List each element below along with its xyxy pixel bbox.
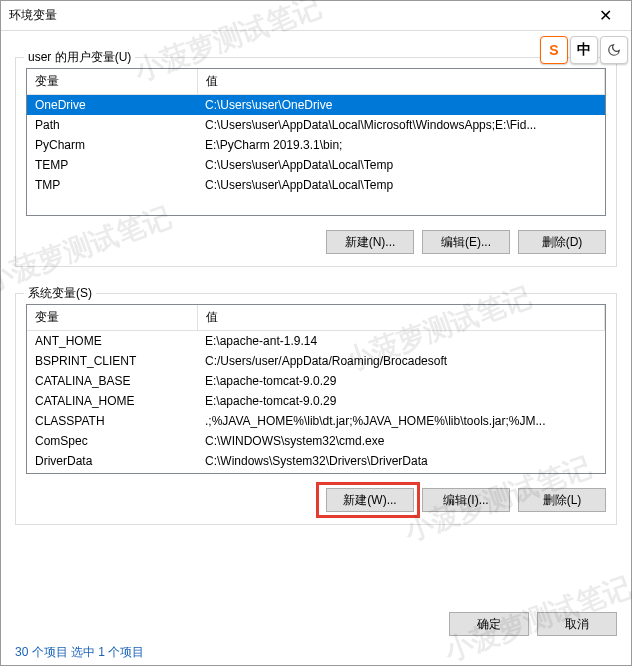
table-row[interactable]: CLASSPATH.;%JAVA_HOME%\lib\dt.jar;%JAVA_… [27, 411, 605, 431]
system-edit-button[interactable]: 编辑(I)... [422, 488, 510, 512]
table-row[interactable]: OneDriveC:\Users\user\OneDrive [27, 95, 605, 116]
val-cell: E:\apache-tomcat-9.0.29 [197, 391, 605, 411]
val-cell: C:\Users\user\AppData\Local\Temp [197, 175, 605, 195]
env-var-dialog: 环境变量 ✕ S 中 user 的用户变量(U) 变量 值 OneDr [0, 0, 632, 666]
val-cell: C:\WINDOWS\system32\cmd.exe [197, 431, 605, 451]
window-title: 环境变量 [9, 7, 585, 24]
table-row[interactable]: CATALINA_BASEE:\apache-tomcat-9.0.29 [27, 371, 605, 391]
val-cell: C:\Users\user\AppData\Local\Microsoft\Wi… [197, 115, 605, 135]
var-cell: TMP [27, 175, 197, 195]
var-cell: PyCharm [27, 135, 197, 155]
table-row[interactable]: ANT_HOMEE:\apache-ant-1.9.14 [27, 331, 605, 352]
var-cell: CATALINA_BASE [27, 371, 197, 391]
user-variables-group: user 的用户变量(U) 变量 值 OneDriveC:\Users\user… [15, 57, 617, 267]
system-delete-button[interactable]: 删除(L) [518, 488, 606, 512]
system-button-row: 新建(W)... 编辑(I)... 删除(L) [26, 488, 606, 512]
user-group-label: user 的用户变量(U) [24, 49, 135, 66]
system-group-label: 系统变量(S) [24, 285, 96, 302]
var-cell: ComSpec [27, 431, 197, 451]
var-cell: CLASSPATH [27, 411, 197, 431]
val-cell: E:\apache-tomcat-9.0.29 [197, 371, 605, 391]
user-variables-table[interactable]: 变量 值 OneDriveC:\Users\user\OneDrivePathC… [26, 68, 606, 216]
cancel-button[interactable]: 取消 [537, 612, 617, 636]
table-row[interactable]: PathC:\Users\user\AppData\Local\Microsof… [27, 115, 605, 135]
val-cell: C:\Users\user\AppData\Local\Temp [197, 155, 605, 175]
user-col-var[interactable]: 变量 [27, 69, 197, 95]
table-row[interactable]: DriverDataC:\Windows\System32\Drivers\Dr… [27, 451, 605, 471]
val-cell: C:\Users\user\OneDrive [197, 95, 605, 116]
user-new-button[interactable]: 新建(N)... [326, 230, 414, 254]
var-cell: DriverData [27, 451, 197, 471]
close-button[interactable]: ✕ [585, 2, 625, 30]
system-variables-table[interactable]: 变量 值 ANT_HOMEE:\apache-ant-1.9.14BSPRINT… [26, 304, 606, 474]
var-cell: CATALINA_HOME [27, 391, 197, 411]
titlebar: 环境变量 ✕ [1, 1, 631, 31]
system-new-button[interactable]: 新建(W)... [326, 488, 414, 512]
table-row[interactable]: PyCharmE:\PyCharm 2019.3.1\bin; [27, 135, 605, 155]
var-cell: ANT_HOME [27, 331, 197, 352]
ime-sogou-icon[interactable]: S [540, 36, 568, 64]
dialog-content: user 的用户变量(U) 变量 值 OneDriveC:\Users\user… [1, 31, 631, 602]
var-cell: OneDrive [27, 95, 197, 116]
table-row[interactable]: TMPC:\Users\user\AppData\Local\Temp [27, 175, 605, 195]
table-row[interactable]: CATALINA_HOMEE:\apache-tomcat-9.0.29 [27, 391, 605, 411]
var-cell: Path [27, 115, 197, 135]
val-cell: E:\apache-ant-1.9.14 [197, 331, 605, 352]
user-edit-button[interactable]: 编辑(E)... [422, 230, 510, 254]
table-row[interactable]: BSPRINT_CLIENTC:/Users/user/AppData/Roam… [27, 351, 605, 371]
val-cell: C:\Windows\System32\Drivers\DriverData [197, 451, 605, 471]
sys-col-var[interactable]: 变量 [27, 305, 197, 331]
system-variables-group: 系统变量(S) 变量 值 ANT_HOMEE:\apache-ant-1.9.1… [15, 293, 617, 525]
dialog-button-row: 确定 取消 [1, 602, 631, 640]
user-button-row: 新建(N)... 编辑(E)... 删除(D) [26, 230, 606, 254]
table-row[interactable]: ComSpecC:\WINDOWS\system32\cmd.exe [27, 431, 605, 451]
user-delete-button[interactable]: 删除(D) [518, 230, 606, 254]
sys-col-val[interactable]: 值 [197, 305, 605, 331]
var-cell: TEMP [27, 155, 197, 175]
ime-zhong-icon[interactable]: 中 [570, 36, 598, 64]
val-cell: C:/Users/user/AppData/Roaming/Brocadesof… [197, 351, 605, 371]
ime-moon-icon[interactable] [600, 36, 628, 64]
val-cell: E:\PyCharm 2019.3.1\bin; [197, 135, 605, 155]
var-cell: BSPRINT_CLIENT [27, 351, 197, 371]
user-col-val[interactable]: 值 [197, 69, 605, 95]
ok-button[interactable]: 确定 [449, 612, 529, 636]
status-bar: 30 个项目 选中 1 个项目 [1, 640, 631, 665]
table-row[interactable]: TEMPC:\Users\user\AppData\Local\Temp [27, 155, 605, 175]
ime-badges: S 中 [540, 36, 628, 64]
val-cell: .;%JAVA_HOME%\lib\dt.jar;%JAVA_HOME%\lib… [197, 411, 605, 431]
